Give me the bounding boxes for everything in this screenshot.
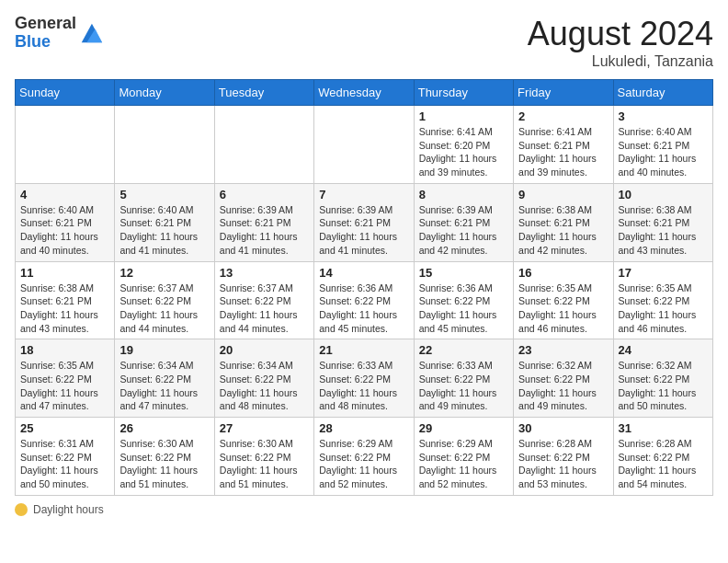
day-number: 13	[220, 266, 309, 280]
day-info: Sunrise: 6:41 AM Sunset: 6:21 PM Dayligh…	[518, 125, 608, 179]
calendar-cell: 30Sunrise: 6:28 AM Sunset: 6:22 PM Dayli…	[514, 418, 613, 496]
calendar-cell: 11Sunrise: 6:38 AM Sunset: 6:21 PM Dayli…	[16, 261, 115, 339]
calendar-cell	[115, 106, 214, 184]
calendar-cell: 6Sunrise: 6:39 AM Sunset: 6:21 PM Daylig…	[214, 183, 313, 261]
day-number: 5	[119, 188, 209, 201]
calendar-cell: 8Sunrise: 6:39 AM Sunset: 6:21 PM Daylig…	[414, 183, 513, 261]
day-number: 25	[20, 421, 109, 435]
day-info: Sunrise: 6:38 AM Sunset: 6:21 PM Dayligh…	[619, 203, 708, 258]
day-info: Sunrise: 6:35 AM Sunset: 6:22 PM Dayligh…	[518, 282, 608, 336]
day-info: Sunrise: 6:40 AM Sunset: 6:21 PM Dayligh…	[20, 203, 109, 258]
day-number: 8	[419, 188, 508, 201]
day-number: 3	[619, 109, 708, 123]
logo-icon	[78, 20, 104, 46]
day-info: Sunrise: 6:30 AM Sunset: 6:22 PM Dayligh…	[119, 437, 209, 491]
day-info: Sunrise: 6:34 AM Sunset: 6:22 PM Dayligh…	[220, 359, 309, 413]
calendar-cell: 10Sunrise: 6:38 AM Sunset: 6:21 PM Dayli…	[613, 183, 712, 261]
weekday-header-monday: Monday	[115, 80, 214, 106]
day-info: Sunrise: 6:40 AM Sunset: 6:21 PM Dayligh…	[119, 203, 209, 258]
day-number: 22	[419, 343, 508, 357]
day-number: 20	[220, 343, 309, 357]
calendar-week-5: 25Sunrise: 6:31 AM Sunset: 6:22 PM Dayli…	[16, 418, 713, 496]
calendar-cell	[214, 106, 313, 184]
calendar-cell	[314, 106, 414, 184]
calendar-cell: 9Sunrise: 6:38 AM Sunset: 6:21 PM Daylig…	[514, 183, 613, 261]
calendar-week-3: 11Sunrise: 6:38 AM Sunset: 6:21 PM Dayli…	[16, 261, 713, 339]
calendar-cell	[16, 106, 115, 184]
day-info: Sunrise: 6:37 AM Sunset: 6:22 PM Dayligh…	[119, 282, 209, 336]
day-number: 7	[319, 188, 408, 201]
calendar-cell: 26Sunrise: 6:30 AM Sunset: 6:22 PM Dayli…	[115, 418, 214, 496]
page-header: General Blue August 2024 Lukuledi, Tanza…	[15, 15, 713, 70]
day-info: Sunrise: 6:28 AM Sunset: 6:22 PM Dayligh…	[619, 437, 708, 491]
day-number: 30	[518, 421, 608, 435]
title-block: August 2024 Lukuledi, Tanzania	[528, 15, 713, 70]
calendar-cell: 31Sunrise: 6:28 AM Sunset: 6:22 PM Dayli…	[613, 418, 712, 496]
logo-general-text: General	[15, 14, 76, 32]
calendar-week-4: 18Sunrise: 6:35 AM Sunset: 6:22 PM Dayli…	[16, 339, 713, 418]
day-info: Sunrise: 6:29 AM Sunset: 6:22 PM Dayligh…	[419, 437, 508, 491]
calendar-week-2: 4Sunrise: 6:40 AM Sunset: 6:21 PM Daylig…	[16, 183, 713, 261]
day-info: Sunrise: 6:39 AM Sunset: 6:21 PM Dayligh…	[319, 203, 408, 258]
footer: Daylight hours	[15, 503, 713, 516]
footer-label: Daylight hours	[33, 503, 104, 516]
day-number: 27	[220, 421, 309, 435]
day-number: 10	[619, 188, 708, 201]
day-number: 17	[619, 266, 708, 280]
calendar-cell: 25Sunrise: 6:31 AM Sunset: 6:22 PM Dayli…	[16, 418, 115, 496]
day-info: Sunrise: 6:32 AM Sunset: 6:22 PM Dayligh…	[619, 359, 708, 413]
weekday-header-friday: Friday	[514, 80, 613, 106]
calendar-cell: 12Sunrise: 6:37 AM Sunset: 6:22 PM Dayli…	[115, 261, 214, 339]
day-info: Sunrise: 6:32 AM Sunset: 6:22 PM Dayligh…	[518, 359, 608, 413]
day-number: 4	[20, 188, 109, 201]
day-info: Sunrise: 6:35 AM Sunset: 6:22 PM Dayligh…	[619, 282, 708, 336]
day-number: 12	[119, 266, 209, 280]
calendar-cell: 28Sunrise: 6:29 AM Sunset: 6:22 PM Dayli…	[314, 418, 414, 496]
day-info: Sunrise: 6:31 AM Sunset: 6:22 PM Dayligh…	[20, 437, 109, 491]
calendar-table: SundayMondayTuesdayWednesdayThursdayFrid…	[15, 79, 713, 496]
day-number: 26	[119, 421, 209, 435]
calendar-cell: 17Sunrise: 6:35 AM Sunset: 6:22 PM Dayli…	[613, 261, 712, 339]
calendar-cell: 27Sunrise: 6:30 AM Sunset: 6:22 PM Dayli…	[214, 418, 313, 496]
logo-blue-text: Blue	[15, 32, 51, 51]
day-info: Sunrise: 6:39 AM Sunset: 6:21 PM Dayligh…	[220, 203, 309, 258]
calendar-week-1: 1Sunrise: 6:41 AM Sunset: 6:20 PM Daylig…	[16, 106, 713, 184]
day-number: 1	[419, 109, 508, 123]
calendar-title: August 2024	[528, 15, 713, 53]
day-info: Sunrise: 6:38 AM Sunset: 6:21 PM Dayligh…	[518, 203, 608, 258]
calendar-cell: 29Sunrise: 6:29 AM Sunset: 6:22 PM Dayli…	[414, 418, 513, 496]
day-info: Sunrise: 6:40 AM Sunset: 6:21 PM Dayligh…	[619, 125, 708, 179]
calendar-cell: 15Sunrise: 6:36 AM Sunset: 6:22 PM Dayli…	[414, 261, 513, 339]
day-number: 24	[619, 343, 708, 357]
day-info: Sunrise: 6:41 AM Sunset: 6:20 PM Dayligh…	[419, 125, 508, 179]
calendar-cell: 19Sunrise: 6:34 AM Sunset: 6:22 PM Dayli…	[115, 339, 214, 418]
day-number: 23	[518, 343, 608, 357]
day-info: Sunrise: 6:34 AM Sunset: 6:22 PM Dayligh…	[119, 359, 209, 413]
weekday-header-sunday: Sunday	[16, 80, 115, 106]
calendar-cell: 20Sunrise: 6:34 AM Sunset: 6:22 PM Dayli…	[214, 339, 313, 418]
day-number: 6	[220, 188, 309, 201]
calendar-cell: 3Sunrise: 6:40 AM Sunset: 6:21 PM Daylig…	[613, 106, 712, 184]
day-info: Sunrise: 6:30 AM Sunset: 6:22 PM Dayligh…	[220, 437, 309, 491]
day-number: 29	[419, 421, 508, 435]
weekday-header-row: SundayMondayTuesdayWednesdayThursdayFrid…	[16, 80, 713, 106]
sun-icon	[15, 503, 28, 516]
day-number: 21	[319, 343, 408, 357]
day-number: 15	[419, 266, 508, 280]
day-info: Sunrise: 6:39 AM Sunset: 6:21 PM Dayligh…	[419, 203, 508, 258]
logo: General Blue	[15, 15, 104, 52]
calendar-cell: 16Sunrise: 6:35 AM Sunset: 6:22 PM Dayli…	[514, 261, 613, 339]
day-info: Sunrise: 6:33 AM Sunset: 6:22 PM Dayligh…	[319, 359, 408, 413]
calendar-cell: 4Sunrise: 6:40 AM Sunset: 6:21 PM Daylig…	[16, 183, 115, 261]
day-number: 28	[319, 421, 408, 435]
calendar-location: Lukuledi, Tanzania	[528, 53, 713, 70]
calendar-cell: 13Sunrise: 6:37 AM Sunset: 6:22 PM Dayli…	[214, 261, 313, 339]
weekday-header-tuesday: Tuesday	[214, 80, 313, 106]
calendar-cell: 23Sunrise: 6:32 AM Sunset: 6:22 PM Dayli…	[514, 339, 613, 418]
calendar-cell: 22Sunrise: 6:33 AM Sunset: 6:22 PM Dayli…	[414, 339, 513, 418]
day-info: Sunrise: 6:36 AM Sunset: 6:22 PM Dayligh…	[419, 282, 508, 336]
day-info: Sunrise: 6:35 AM Sunset: 6:22 PM Dayligh…	[20, 359, 109, 413]
weekday-header-thursday: Thursday	[414, 80, 513, 106]
calendar-cell: 14Sunrise: 6:36 AM Sunset: 6:22 PM Dayli…	[314, 261, 414, 339]
calendar-cell: 24Sunrise: 6:32 AM Sunset: 6:22 PM Dayli…	[613, 339, 712, 418]
